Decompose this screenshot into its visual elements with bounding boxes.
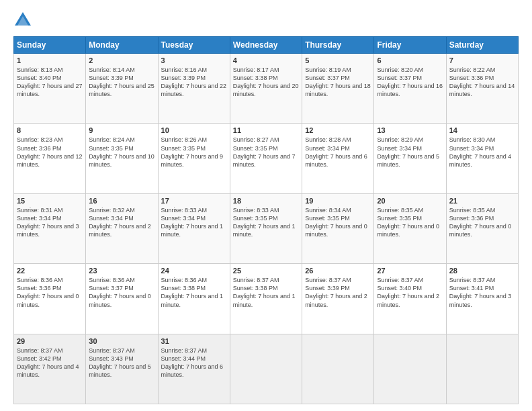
calendar-body: 1 Sunrise: 8:13 AM Sunset: 3:40 PM Dayli… <box>14 54 519 404</box>
day-number: 9 <box>89 126 154 134</box>
calendar-cell: 8 Sunrise: 8:23 AM Sunset: 3:36 PM Dayli… <box>14 124 86 193</box>
calendar-cell: 25 Sunrise: 8:37 AM Sunset: 3:38 PM Dayl… <box>230 264 302 334</box>
calendar-cell: 10 Sunrise: 8:26 AM Sunset: 3:35 PM Dayl… <box>158 124 230 193</box>
day-number: 17 <box>161 197 227 205</box>
weekday-header: Tuesday <box>158 37 230 54</box>
calendar-cell: 30 Sunrise: 8:37 AM Sunset: 3:43 PM Dayl… <box>86 334 158 404</box>
calendar-cell: 23 Sunrise: 8:36 AM Sunset: 3:37 PM Dayl… <box>86 264 158 334</box>
day-info: Sunrise: 8:16 AM Sunset: 3:39 PM Dayligh… <box>161 66 227 99</box>
calendar-cell: 18 Sunrise: 8:33 AM Sunset: 3:35 PM Dayl… <box>230 193 302 263</box>
day-number: 16 <box>89 197 154 205</box>
day-number: 8 <box>17 126 83 134</box>
day-info: Sunrise: 8:19 AM Sunset: 3:37 PM Dayligh… <box>305 66 371 99</box>
calendar-cell <box>446 334 518 404</box>
calendar-cell: 9 Sunrise: 8:24 AM Sunset: 3:35 PM Dayli… <box>86 124 158 193</box>
day-number: 27 <box>377 267 443 275</box>
day-number: 13 <box>377 126 443 134</box>
day-number: 4 <box>233 56 299 64</box>
calendar-header: SundayMondayTuesdayWednesdayThursdayFrid… <box>14 37 519 54</box>
calendar-cell: 20 Sunrise: 8:35 AM Sunset: 3:35 PM Dayl… <box>374 193 446 263</box>
calendar-cell: 16 Sunrise: 8:32 AM Sunset: 3:34 PM Dayl… <box>86 193 158 263</box>
day-info: Sunrise: 8:37 AM Sunset: 3:42 PM Dayligh… <box>17 347 83 379</box>
day-info: Sunrise: 8:24 AM Sunset: 3:35 PM Dayligh… <box>89 136 154 169</box>
calendar-cell: 11 Sunrise: 8:27 AM Sunset: 3:35 PM Dayl… <box>230 124 302 193</box>
calendar-cell: 6 Sunrise: 8:20 AM Sunset: 3:37 PM Dayli… <box>374 54 446 124</box>
day-number: 18 <box>233 197 299 205</box>
day-info: Sunrise: 8:23 AM Sunset: 3:36 PM Dayligh… <box>17 136 83 169</box>
weekday-header: Saturday <box>446 37 518 54</box>
calendar-cell: 21 Sunrise: 8:35 AM Sunset: 3:36 PM Dayl… <box>446 193 518 263</box>
day-info: Sunrise: 8:13 AM Sunset: 3:40 PM Dayligh… <box>17 66 83 99</box>
page: SundayMondayTuesdayWednesdayThursdayFrid… <box>0 0 532 411</box>
calendar-cell <box>374 334 446 404</box>
day-number: 3 <box>161 56 227 64</box>
calendar-cell: 31 Sunrise: 8:37 AM Sunset: 3:44 PM Dayl… <box>158 334 230 404</box>
day-number: 1 <box>17 56 83 64</box>
day-number: 20 <box>377 197 443 205</box>
calendar-cell: 27 Sunrise: 8:37 AM Sunset: 3:40 PM Dayl… <box>374 264 446 334</box>
day-info: Sunrise: 8:26 AM Sunset: 3:35 PM Dayligh… <box>161 136 227 169</box>
day-number: 12 <box>305 126 371 134</box>
day-info: Sunrise: 8:31 AM Sunset: 3:34 PM Dayligh… <box>17 206 83 239</box>
day-info: Sunrise: 8:36 AM Sunset: 3:38 PM Dayligh… <box>161 276 227 309</box>
calendar-cell: 13 Sunrise: 8:29 AM Sunset: 3:34 PM Dayl… <box>374 124 446 193</box>
day-info: Sunrise: 8:14 AM Sunset: 3:39 PM Dayligh… <box>89 66 154 99</box>
logo-icon <box>13 11 32 30</box>
day-info: Sunrise: 8:33 AM Sunset: 3:35 PM Dayligh… <box>233 206 299 239</box>
calendar-cell: 5 Sunrise: 8:19 AM Sunset: 3:37 PM Dayli… <box>302 54 374 124</box>
day-number: 25 <box>233 267 299 275</box>
calendar-table: SundayMondayTuesdayWednesdayThursdayFrid… <box>13 36 519 404</box>
day-number: 2 <box>89 56 154 64</box>
day-info: Sunrise: 8:35 AM Sunset: 3:36 PM Dayligh… <box>449 206 515 239</box>
day-number: 22 <box>17 267 83 275</box>
calendar-cell: 12 Sunrise: 8:28 AM Sunset: 3:34 PM Dayl… <box>302 124 374 193</box>
day-number: 11 <box>233 126 299 134</box>
weekday-header: Monday <box>86 37 158 54</box>
day-info: Sunrise: 8:37 AM Sunset: 3:44 PM Dayligh… <box>161 347 227 379</box>
day-info: Sunrise: 8:29 AM Sunset: 3:34 PM Dayligh… <box>377 136 443 169</box>
weekday-header: Wednesday <box>230 37 302 54</box>
weekday-header: Friday <box>374 37 446 54</box>
day-number: 14 <box>449 126 515 134</box>
weekday-header: Sunday <box>14 37 86 54</box>
day-info: Sunrise: 8:32 AM Sunset: 3:34 PM Dayligh… <box>89 206 154 239</box>
day-number: 15 <box>17 197 83 205</box>
day-number: 5 <box>305 56 371 64</box>
day-info: Sunrise: 8:37 AM Sunset: 3:39 PM Dayligh… <box>305 276 371 309</box>
day-number: 7 <box>449 56 515 64</box>
day-number: 6 <box>377 56 443 64</box>
calendar-week-row: 29 Sunrise: 8:37 AM Sunset: 3:42 PM Dayl… <box>14 334 519 404</box>
day-info: Sunrise: 8:20 AM Sunset: 3:37 PM Dayligh… <box>377 66 443 99</box>
day-info: Sunrise: 8:35 AM Sunset: 3:35 PM Dayligh… <box>377 206 443 239</box>
day-number: 19 <box>305 197 371 205</box>
calendar-week-row: 8 Sunrise: 8:23 AM Sunset: 3:36 PM Dayli… <box>14 124 519 193</box>
calendar-cell <box>230 334 302 404</box>
calendar-week-row: 22 Sunrise: 8:36 AM Sunset: 3:36 PM Dayl… <box>14 264 519 334</box>
day-info: Sunrise: 8:37 AM Sunset: 3:38 PM Dayligh… <box>233 276 299 309</box>
day-number: 23 <box>89 267 154 275</box>
calendar-week-row: 15 Sunrise: 8:31 AM Sunset: 3:34 PM Dayl… <box>14 193 519 263</box>
header <box>13 11 519 30</box>
calendar-cell: 1 Sunrise: 8:13 AM Sunset: 3:40 PM Dayli… <box>14 54 86 124</box>
day-number: 24 <box>161 267 227 275</box>
weekday-row: SundayMondayTuesdayWednesdayThursdayFrid… <box>14 37 519 54</box>
day-info: Sunrise: 8:37 AM Sunset: 3:40 PM Dayligh… <box>377 276 443 309</box>
calendar-cell <box>302 334 374 404</box>
calendar-cell: 26 Sunrise: 8:37 AM Sunset: 3:39 PM Dayl… <box>302 264 374 334</box>
day-info: Sunrise: 8:22 AM Sunset: 3:36 PM Dayligh… <box>449 66 515 99</box>
day-info: Sunrise: 8:34 AM Sunset: 3:35 PM Dayligh… <box>305 206 371 239</box>
calendar-cell: 7 Sunrise: 8:22 AM Sunset: 3:36 PM Dayli… <box>446 54 518 124</box>
day-number: 21 <box>449 197 515 205</box>
day-number: 10 <box>161 126 227 134</box>
calendar-cell: 24 Sunrise: 8:36 AM Sunset: 3:38 PM Dayl… <box>158 264 230 334</box>
calendar-cell: 15 Sunrise: 8:31 AM Sunset: 3:34 PM Dayl… <box>14 193 86 263</box>
day-number: 26 <box>305 267 371 275</box>
calendar-cell: 29 Sunrise: 8:37 AM Sunset: 3:42 PM Dayl… <box>14 334 86 404</box>
day-info: Sunrise: 8:28 AM Sunset: 3:34 PM Dayligh… <box>305 136 371 169</box>
calendar-week-row: 1 Sunrise: 8:13 AM Sunset: 3:40 PM Dayli… <box>14 54 519 124</box>
calendar-cell: 17 Sunrise: 8:33 AM Sunset: 3:34 PM Dayl… <box>158 193 230 263</box>
day-info: Sunrise: 8:27 AM Sunset: 3:35 PM Dayligh… <box>233 136 299 169</box>
day-info: Sunrise: 8:37 AM Sunset: 3:43 PM Dayligh… <box>89 347 154 379</box>
day-info: Sunrise: 8:37 AM Sunset: 3:41 PM Dayligh… <box>449 276 515 309</box>
calendar-cell: 4 Sunrise: 8:17 AM Sunset: 3:38 PM Dayli… <box>230 54 302 124</box>
